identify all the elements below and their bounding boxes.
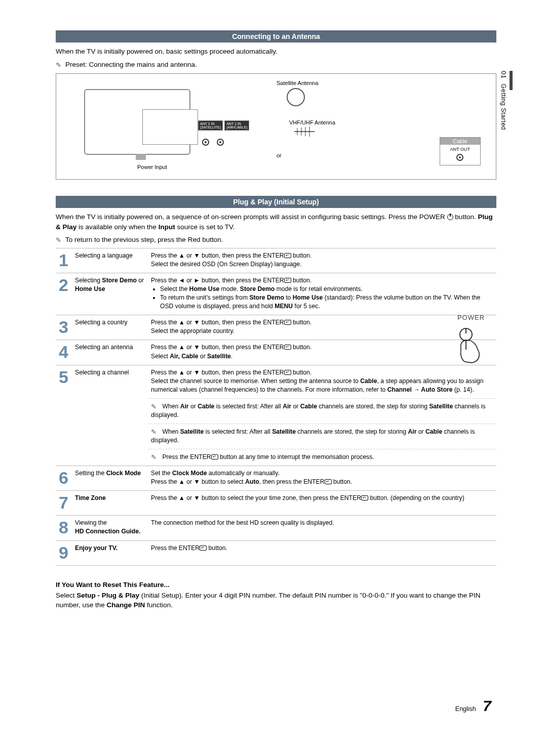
enter-icon (284, 253, 291, 258)
step-label: Selecting a language (72, 248, 148, 273)
ant1-port-label: ANT 1 IN (AIR/CABLE) (224, 120, 249, 131)
enter-icon (284, 320, 291, 325)
tv-rear-panel (142, 109, 198, 145)
or-label: or (277, 152, 282, 158)
enter-icon (361, 495, 368, 500)
step-row-4: 4 Selecting an antenna Press the ▲ or ▼ … (56, 340, 496, 365)
power-input-label: Power Input (137, 164, 167, 170)
port-labels: ANT 2 IN (SATELLITE) ANT 1 IN (AIR/CABLE… (198, 120, 249, 131)
enter-icon (200, 545, 207, 551)
page-footer: English 7 (455, 697, 491, 715)
step-row-7: 7 Time Zone Press the ▲ or ▼ button to s… (56, 491, 496, 516)
reset-body: Select Setup - Plug & Play (Initial Setu… (56, 591, 496, 610)
step-row-2: 2 Selecting Store Demo or Home Use Press… (56, 273, 496, 315)
satellite-label: Satellite Antenna (277, 80, 319, 86)
step-label: Selecting a channel (72, 365, 148, 466)
steps-table: 1 Selecting a language Press the ▲ or ▼ … (56, 248, 496, 566)
step-number: 7 (56, 491, 72, 516)
page-number: 7 (483, 697, 491, 714)
step-label: Selecting a country (72, 315, 148, 340)
step-label: Enjoy your TV. (72, 540, 148, 565)
step-row-3: 3 Selecting a country Press the ▲ or ▼ b… (56, 315, 496, 340)
coax-icon (456, 154, 463, 161)
step-description: Press the ▲ or ▼ button, then press the … (148, 365, 496, 398)
note-icon (151, 453, 159, 459)
step-row-8: 8 Viewing the HD Connection Guide. The c… (56, 516, 496, 540)
step-number: 9 (56, 540, 72, 565)
chapter-title: Getting Started (500, 83, 507, 130)
antenna-preset-note: Preset: Connecting the mains and antenna… (56, 60, 496, 70)
enter-icon (211, 454, 218, 459)
chapter-tab: 01 Getting Started (500, 71, 507, 162)
note-icon (151, 428, 159, 434)
step-label: Selecting Store Demo or Home Use (72, 273, 148, 315)
step-number: 2 (56, 273, 72, 315)
power-icon (447, 214, 453, 220)
step-description: The connection method for the best HD sc… (148, 516, 496, 540)
plugplay-intro: When the TV is initially powered on, a s… (56, 212, 496, 232)
power-label: POWER (451, 314, 491, 321)
cable-box: Cable ANT OUT (440, 137, 481, 165)
enter-icon (325, 479, 332, 484)
vhf-antenna-icon (294, 127, 315, 137)
step-description: Press the ▲ or ▼ button, then press the … (148, 340, 496, 365)
step-description: Press the ▲ or ▼ button, then press the … (148, 248, 496, 273)
step-description: Press the ▲ or ▼ button to select the yo… (148, 491, 496, 516)
footer-language: English (455, 705, 476, 712)
step-number: 5 (56, 365, 72, 466)
coax-icon (217, 139, 224, 146)
enter-icon (284, 345, 291, 350)
remote-power-illustration: POWER (451, 314, 491, 369)
step-row-5: 5 Selecting a channel Press the ▲ or ▼ b… (56, 365, 496, 398)
coax-icon (202, 139, 209, 146)
step-label: Time Zone (72, 491, 148, 516)
step-description: Press the ENTER button. (148, 540, 496, 565)
hand-power-icon (451, 321, 491, 367)
step-number: 6 (56, 466, 72, 491)
reset-heading: If You Want to Reset This Feature... (56, 581, 496, 589)
enter-icon (284, 278, 291, 283)
cable-box-title: Cable (440, 138, 480, 145)
coax-ports (202, 139, 224, 147)
note-icon (56, 235, 63, 241)
step-label: Viewing the HD Connection Guide. (72, 516, 148, 540)
step-description: Press the ◄ or ► button, then press the … (148, 273, 496, 315)
note-icon (56, 60, 63, 66)
step-number: 3 (56, 315, 72, 340)
ant-out-label: ANT OUT (450, 147, 470, 152)
plugplay-return-note: To return to the previous step, press th… (56, 235, 496, 245)
chapter-number: 01 (500, 71, 507, 78)
step-number: 4 (56, 340, 72, 365)
section-heading-plugplay: Plug & Play (Initial Setup) (56, 196, 496, 208)
section-heading-antenna: Connecting to an Antenna (56, 30, 496, 43)
step-number: 8 (56, 516, 72, 540)
step-label: Setting the Clock Mode (72, 466, 148, 491)
vhf-uhf-label: VHF/UHF Antenna (289, 119, 335, 125)
step-description: Press the ▲ or ▼ button, then press the … (148, 315, 496, 340)
antenna-intro: When the TV is initially powered on, bas… (56, 47, 496, 57)
ant2-port-label: ANT 2 IN (SATELLITE) (198, 120, 223, 131)
step-label: Selecting an antenna (72, 340, 148, 365)
step-row-1: 1 Selecting a language Press the ▲ or ▼ … (56, 248, 496, 273)
step-number: 1 (56, 248, 72, 273)
step-row-9: 9 Enjoy your TV. Press the ENTER button. (56, 540, 496, 565)
note-icon (151, 402, 159, 408)
step-row-6: 6 Setting the Clock Mode Set the Clock M… (56, 466, 496, 491)
chapter-tab-bar (510, 71, 513, 90)
step-description: Set the Clock Mode automatically or manu… (148, 466, 496, 491)
enter-icon (284, 370, 291, 375)
antenna-diagram: ANT 2 IN (SATELLITE) ANT 1 IN (AIR/CABLE… (56, 73, 496, 180)
satellite-dish-icon (287, 88, 305, 106)
